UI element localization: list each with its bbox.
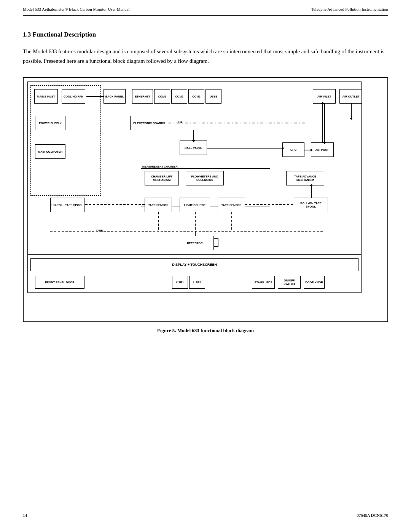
divider-line <box>27 254 362 255</box>
chamber-lift-block: CHAMBER LIFT MECHANISM <box>145 171 179 185</box>
light-source-block: LIGHT SOURCE <box>180 198 210 212</box>
air-pump-block: AIR PUMP <box>311 142 334 157</box>
arrow-air-inlet-down <box>324 104 325 142</box>
footer-doc-number: 07645A DCN6170 <box>357 513 388 518</box>
status-leds-block: STAUS LEDS <box>252 276 275 289</box>
main-content: 1.3 Functional Description The Model 633… <box>23 16 388 334</box>
ethernet-block: Ethernet <box>132 89 153 104</box>
air-dash-line <box>168 123 305 123</box>
usb1-block: USB1 <box>172 276 188 289</box>
electronic-boards-block: ELECTRONIC BOARDS <box>130 116 168 130</box>
arrow-crc-pump <box>304 150 311 150</box>
arrow-to-detector <box>195 231 196 236</box>
main-computer-block: MAIN COMPUTER <box>35 144 65 159</box>
tape-dashed-right <box>245 204 294 205</box>
com1-block: COM1 <box>154 89 170 104</box>
tape-dashed-v-right <box>231 212 232 231</box>
com3-block: COM3 <box>188 89 204 104</box>
measurement-chamber-label: MEASUREMENT CHAMBER <box>142 165 178 168</box>
detector-bracket <box>214 238 218 247</box>
front-panel-block: FRONT PANEL DOOR <box>35 276 84 289</box>
header-right: Teledyne Advanced Pollution Instrumentat… <box>311 7 388 11</box>
rollon-tape-block: ROLL-ON TAPE SPOOL <box>294 198 328 212</box>
header-left: Model 633 Aethalometer® Black Carbon Mon… <box>23 7 130 11</box>
mains-inlet-block: MAINS INLET <box>34 89 58 104</box>
section-title: 1.3 Functional Description <box>23 31 388 38</box>
page: Model 633 Aethalometer® Black Carbon Mon… <box>0 0 411 532</box>
tape-sensor-right-block: TAPE SENSOR <box>218 198 245 212</box>
ball-valve-block: BALL VALVE <box>180 141 207 155</box>
unroll-tape-block: UN-ROLL TAPE SPOOL <box>50 198 84 212</box>
display-section: DISPLAY + TOUCHSCREEN <box>30 258 358 271</box>
connector-mains-back <box>86 96 104 97</box>
light-dashed-down <box>195 212 196 231</box>
arrow-outlet-down <box>351 104 352 118</box>
crc-block: CRC <box>282 142 304 157</box>
air-outlet-block: AIR OUTLET <box>339 89 362 104</box>
footer-page-number: 14 <box>23 513 27 518</box>
flowmeters-block: FLOWMETERS and SOLENOIDS <box>186 171 224 185</box>
arrow-valve-crc <box>207 148 282 149</box>
tape-dashed-v-left <box>158 212 159 231</box>
page-footer: 14 07645A DCN6170 <box>23 509 388 524</box>
com2-block: COM2 <box>171 89 187 104</box>
page-header: Model 633 Aethalometer® Black Carbon Mon… <box>23 0 388 16</box>
back-panel-block: BACK PANEL <box>104 89 126 104</box>
detector-block: DETECTOR <box>176 236 214 250</box>
block-diagram: MAINS INLET COOLING FAN BACK PANEL Ether… <box>27 81 384 318</box>
arrow-boards-valve <box>193 130 194 141</box>
body-paragraph: The Model 633 features modular design an… <box>23 47 388 66</box>
figure-caption: Figure 5. Model 633 functional block dia… <box>23 328 388 334</box>
tape-long-dashed <box>50 231 324 232</box>
power-supply-block: POWER SUPPLY <box>35 116 65 130</box>
tape-advance-block: TAPE ADVANCE MECHANISM <box>286 171 324 185</box>
cooling-fan-block: COOLING FAN <box>62 89 85 104</box>
door-knob-block: DOOR KNOB <box>304 276 325 289</box>
tape-sensor-left-block: TAPE SENSOR <box>145 198 172 212</box>
arrow-advance-rollon <box>311 186 312 198</box>
onoff-switch-block: ON/OFF SWITCH <box>278 276 301 289</box>
usb3-block: USB3 <box>206 89 221 104</box>
arrow-pump-up <box>322 104 323 142</box>
air-inlet-block: AIR INLET <box>313 89 336 104</box>
tape-dashed-left <box>85 204 145 205</box>
figure-container: MAINS INLET COOLING FAN BACK PANEL Ether… <box>23 77 388 322</box>
usb2-block: USB2 <box>189 276 205 289</box>
